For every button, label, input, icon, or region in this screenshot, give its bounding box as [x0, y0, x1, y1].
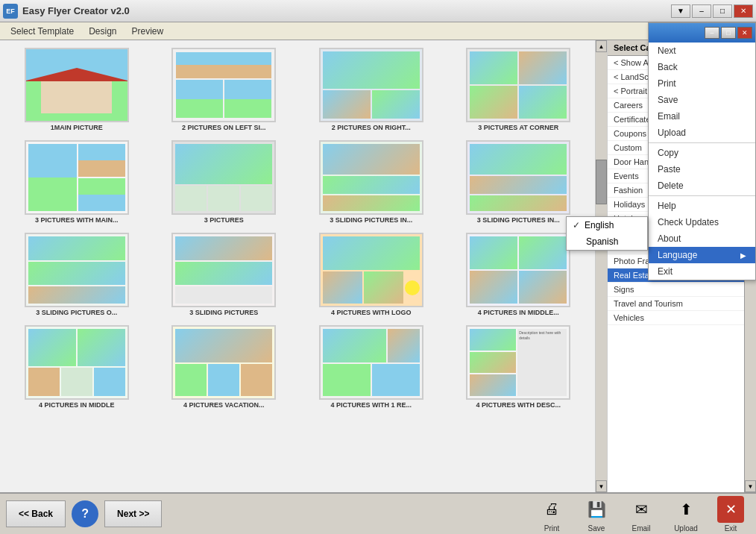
list-item[interactable]: Description text here with details 4 PIC… [448, 324, 590, 410]
close-btn[interactable]: ✕ [734, 4, 753, 18]
help-button[interactable]: ? [72, 500, 98, 527]
tab-design[interactable]: Design [81, 25, 124, 38]
list-item[interactable]: 3 SLIDING PICTURES [154, 231, 295, 318]
list-item[interactable]: 3 SLIDING PICTURES O... [6, 231, 148, 318]
template-thumb: Description text here with details [466, 325, 570, 400]
list-item[interactable]: 3 SLIDING PICTURES IN... [448, 139, 590, 225]
list-item[interactable]: 1MAIN PICTURE [6, 46, 148, 133]
lang-english-label: English [585, 220, 614, 230]
email-icon: ✉ [628, 496, 655, 523]
template-thumb [319, 140, 423, 215]
minimize-btn[interactable]: – [692, 4, 711, 18]
template-grid: 1MAIN PICTURE 2 PICTURES ON LEFT SI... [6, 46, 589, 410]
grid-scrollbar[interactable]: ▲ ▼ [595, 40, 607, 492]
email-button[interactable]: ✉ Email [622, 496, 661, 533]
template-thumb [466, 48, 570, 122]
exit-label: Exit [725, 524, 737, 533]
dd-item-print[interactable]: Print [649, 75, 755, 92]
dd-item-email[interactable]: Email [649, 108, 755, 125]
dd-item-delete[interactable]: Delete [649, 178, 755, 194]
dropdown-arrow-btn[interactable]: ▼ [671, 4, 690, 18]
template-thumb [171, 233, 276, 307]
list-item[interactable]: 4 PICTURES WITH LOGO [300, 231, 442, 318]
template-label: 3 SLIDING PICTURES IN... [477, 216, 560, 224]
title-bar: EF Easy Flyer Creator v2.0 ▼ – □ ✕ [0, 0, 756, 22]
dd-maximize[interactable]: □ [721, 27, 736, 39]
template-label: 4 PICTURES VACATION... [183, 401, 265, 409]
category-item-travel[interactable]: Travel and Tourism [608, 297, 744, 311]
app-title: Easy Flyer Creator v2.0 [22, 5, 130, 16]
dd-item-save[interactable]: Save [649, 92, 755, 108]
dd-item-about[interactable]: About [649, 230, 755, 247]
dropdown-menu: – □ ✕ Next Back Print Save Email Upload … [648, 22, 756, 280]
dd-item-back[interactable]: Back [649, 59, 755, 75]
list-item[interactable]: 3 SLIDING PICTURES IN... [300, 139, 442, 225]
list-item[interactable]: 4 PICTURES IN MIDDLE [6, 324, 148, 410]
lang-item-spanish[interactable]: Spanish [567, 233, 647, 250]
dd-separator-2 [649, 195, 755, 196]
list-item[interactable]: 4 PICTURES VACATION... [154, 324, 295, 410]
tab-select-template[interactable]: Select Template [3, 25, 81, 38]
english-check: ✓ [573, 220, 580, 230]
template-label: 3 PICTURES AT CORNER [478, 124, 558, 131]
email-label: Email [631, 524, 650, 533]
print-button[interactable]: 🖨 Print [532, 496, 571, 533]
list-item[interactable]: 2 PICTURES ON RIGHT... [300, 46, 442, 133]
save-label: Save [588, 524, 605, 533]
sidebar-scroll-down[interactable]: ▼ [745, 480, 756, 492]
dd-item-next[interactable]: Next [649, 43, 755, 59]
dd-item-copy[interactable]: Copy [649, 145, 755, 161]
dd-item-help[interactable]: Help [649, 198, 755, 214]
dd-item-checkupdates[interactable]: Check Updates [649, 214, 755, 230]
template-label: 4 PICTURES IN MIDDLE... [478, 309, 559, 316]
exit-button[interactable]: ✕ Exit [711, 496, 750, 533]
scroll-thumb[interactable] [596, 160, 607, 204]
category-item-signs[interactable]: Signs [608, 283, 744, 297]
title-bar-left: EF Easy Flyer Creator v2.0 [3, 4, 130, 19]
list-item[interactable]: 2 PICTURES ON LEFT SI... [154, 46, 295, 133]
lang-spanish-label: Spanish [586, 236, 618, 247]
dd-item-paste[interactable]: Paste [649, 161, 755, 178]
list-item[interactable]: 4 PICTURES WITH 1 RE... [300, 324, 442, 410]
template-label: 2 PICTURES ON RIGHT... [332, 124, 411, 131]
template-label: 3 PICTURES [204, 216, 244, 224]
upload-button[interactable]: ⬆ Upload [667, 496, 705, 533]
template-thumb [466, 140, 570, 215]
dd-item-upload[interactable]: Upload [649, 125, 755, 141]
list-item[interactable]: 3 PICTURES [154, 139, 295, 225]
category-item-vehicles[interactable]: Vehicles [608, 311, 744, 325]
template-label: 3 SLIDING PICTURES O... [36, 309, 117, 316]
template-label: 4 PICTURES WITH 1 RE... [330, 401, 412, 409]
back-button[interactable]: << Back [6, 500, 66, 527]
dropdown-header: – □ ✕ [649, 23, 755, 43]
tab-preview[interactable]: Preview [125, 25, 171, 38]
dd-language-arrow: ▶ [740, 251, 746, 260]
dd-item-exit[interactable]: Exit [649, 263, 755, 280]
list-item[interactable]: 3 PICTURES WITH MAIN... [6, 139, 148, 225]
dd-close[interactable]: ✕ [737, 27, 752, 39]
main-content: 1MAIN PICTURE 2 PICTURES ON LEFT SI... [0, 40, 756, 492]
template-label: 3 SLIDING PICTURES [189, 309, 258, 316]
template-thumb [25, 48, 129, 122]
lang-item-english[interactable]: ✓ English [567, 217, 647, 233]
bottom-toolbar: << Back ? Next >> 🖨 Print 💾 Save ✉ Email… [0, 492, 756, 534]
title-bar-controls: ▼ – □ ✕ [671, 4, 753, 18]
dd-item-language[interactable]: Language ▶ [649, 247, 755, 263]
scroll-down-arrow[interactable]: ▼ [596, 480, 607, 492]
dd-minimize[interactable]: – [705, 27, 719, 39]
list-item[interactable]: 3 PICTURES AT CORNER [448, 46, 590, 133]
template-label: 1MAIN PICTURE [51, 124, 103, 131]
template-thumb [171, 325, 276, 400]
template-label: 2 PICTURES ON LEFT SI... [182, 124, 266, 131]
save-button[interactable]: 💾 Save [577, 496, 616, 533]
scroll-up-arrow[interactable]: ▲ [596, 40, 607, 52]
next-button[interactable]: Next >> [104, 500, 162, 527]
maximize-btn[interactable]: □ [713, 4, 732, 18]
language-submenu: ✓ English Spanish [566, 216, 648, 251]
upload-label: Upload [674, 524, 698, 533]
template-grid-wrapper[interactable]: 1MAIN PICTURE 2 PICTURES ON LEFT SI... [0, 40, 595, 492]
print-icon: 🖨 [538, 496, 565, 523]
template-label: 3 SLIDING PICTURES IN... [330, 216, 412, 224]
exit-icon: ✕ [717, 496, 744, 523]
save-icon: 💾 [583, 496, 610, 523]
